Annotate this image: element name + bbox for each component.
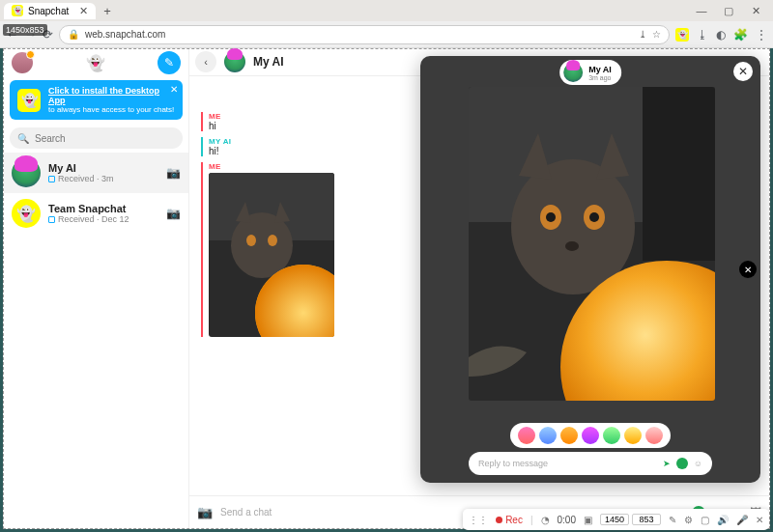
conversation-item[interactable]: 👻 Team Snapchat Received · Dec 12 📷 [4,193,188,234]
reaction-bar [510,423,671,448]
reply-send-icon[interactable]: ➤ [663,459,671,468]
sidebar: 👻 ✎ 👻 Click to install the Desktop App t… [4,49,189,528]
window-maximize[interactable]: ▢ [723,5,734,17]
reply-placeholder: Reply to message [478,459,548,468]
browser-toolbar: ← → ⟳ 🔒 web.snapchat.com ⤓ ☆ 👻 ⭳ ◐ 🧩 ⋮ [0,21,773,48]
user-avatar[interactable] [12,52,33,73]
search-placeholder: Search [35,133,66,144]
browser-tab-strip: 👻 Snapchat ✕ + — ▢ ✕ [0,0,773,21]
recorder-height-input[interactable] [632,514,661,525]
snap-viewer: My AI 3m ago ✕ ✕ Rep [420,56,760,483]
snapchat-ext-icon[interactable]: 👻 [675,28,689,42]
reaction-more[interactable] [645,427,663,444]
team-snapchat-avatar: 👻 [12,199,41,228]
viewer-header[interactable]: My AI 3m ago [559,60,621,85]
chat-title: My AI [253,55,284,69]
svg-rect-11 [643,87,715,261]
reaction-heart[interactable] [518,427,535,444]
extensions-menu-icon[interactable]: 🧩 [733,28,748,42]
chat-header-avatar[interactable] [224,51,245,72]
recorder-draw-icon[interactable]: ✎ [669,515,676,525]
browser-menu-icon[interactable]: ⋮ [756,28,767,42]
svg-point-16 [589,212,599,222]
conversation-status: Received · Dec 12 [48,214,129,224]
dimension-overlay: 1450x853 [3,24,47,36]
new-tab-button[interactable]: + [103,4,111,18]
recorder-mic-icon[interactable]: 🎤 [736,515,748,525]
svg-point-4 [268,235,277,246]
chat-image[interactable] [209,173,334,337]
sidebar-top: 👻 ✎ [4,49,188,76]
banner-close-icon[interactable]: ✕ [170,84,178,95]
search-icon: 🔍 [17,133,29,144]
download-icon[interactable]: ⭳ [697,28,708,42]
viewer-title: My AI [588,65,612,74]
recorder-grip-icon[interactable]: ⋮⋮ [469,515,488,525]
conversation-item[interactable]: My AI Received · 3m 📷 [4,153,188,193]
viewer-image[interactable] [469,87,715,401]
reaction-wow[interactable] [560,427,578,444]
reaction-laugh[interactable] [539,427,557,444]
bookmark-icon[interactable]: ☆ [652,29,661,40]
snapchat-logo-icon[interactable]: 👻 [86,54,105,72]
recorder-dimensions [600,514,661,525]
install-banner[interactable]: 👻 Click to install the Desktop App to al… [10,80,183,120]
recorder-audio-icon[interactable]: 🔊 [717,515,729,525]
camera-button[interactable]: 📷 [197,505,213,519]
window-controls: — ▢ ✕ [696,5,761,17]
camera-icon[interactable]: 📷 [166,166,181,180]
tab-title: Snapchat [28,6,69,16]
recorder-timer-icon: ◔ [541,515,550,525]
recorder-webcam-icon[interactable]: ▢ [701,515,709,525]
viewer-subtitle: 3m ago [588,74,612,81]
extension-icon[interactable]: ◐ [716,28,726,42]
search-input[interactable]: 🔍 Search [10,127,183,149]
received-indicator-icon [48,176,55,182]
svg-point-15 [546,212,556,222]
url-bar[interactable]: 🔒 web.snapchat.com ⤓ ☆ [59,25,670,44]
recorder-crop-icon[interactable]: ▣ [584,515,592,525]
extension-icons: 👻 ⭳ ◐ 🧩 ⋮ [675,28,767,42]
viewer-close-button[interactable]: ✕ [733,62,753,81]
site-info-icon[interactable]: 🔒 [68,29,79,40]
window-close[interactable]: ✕ [750,5,761,17]
browser-tab[interactable]: 👻 Snapchat ✕ [4,3,96,19]
recorder-time: 0:00 [558,515,576,525]
conversation-name: Team Snapchat [48,203,129,214]
snapchat-favicon: 👻 [12,5,23,16]
recorder-width-input[interactable] [600,514,629,525]
conversation-status: Received · 3m [48,174,114,183]
recorder-close-icon[interactable]: ✕ [756,515,763,525]
viewer-avatar [563,63,583,82]
svg-point-3 [246,235,256,246]
url-text: web.snapchat.com [85,29,165,40]
banner-ghost-icon: 👻 [17,89,41,112]
viewer-side-close-button[interactable]: ✕ [739,261,757,278]
conversation-list: My AI Received · 3m 📷 👻 Team Snapchat Re… [4,153,188,528]
new-chat-button[interactable]: ✎ [157,51,181,74]
camera-icon[interactable]: 📷 [166,207,181,220]
tab-close-icon[interactable]: ✕ [79,5,88,17]
reaction-thumbs[interactable] [624,427,642,444]
cat-photo-thumb [209,173,334,337]
install-app-icon[interactable]: ⤓ [639,29,646,40]
svg-point-19 [565,241,579,251]
reply-emoji-icon[interactable]: ☺ [694,459,702,468]
back-button[interactable]: ‹ [195,51,216,72]
received-indicator-icon [48,216,55,223]
reaction-sad[interactable] [582,427,599,444]
record-button[interactable]: Rec [496,515,523,525]
screen-recorder-bar[interactable]: ⋮⋮ Rec | ◔ 0:00 ▣ ✎ ⚙ ▢ 🔊 🎤 ✕ [463,509,769,530]
cat-photo-full [469,87,715,401]
recorder-settings-icon[interactable]: ⚙ [684,515,693,525]
myai-avatar [12,158,41,187]
viewer-reply-input[interactable]: Reply to message ➤ ☺ [469,452,712,475]
banner-subtitle: to always have access to your chats! [48,105,175,114]
svg-point-2 [231,212,293,278]
reaction-fire[interactable] [603,427,620,444]
window-minimize[interactable]: — [696,5,707,17]
reply-audio-icon[interactable] [676,458,688,469]
conversation-name: My AI [48,162,114,174]
banner-title: Click to install the Desktop App [48,86,175,105]
